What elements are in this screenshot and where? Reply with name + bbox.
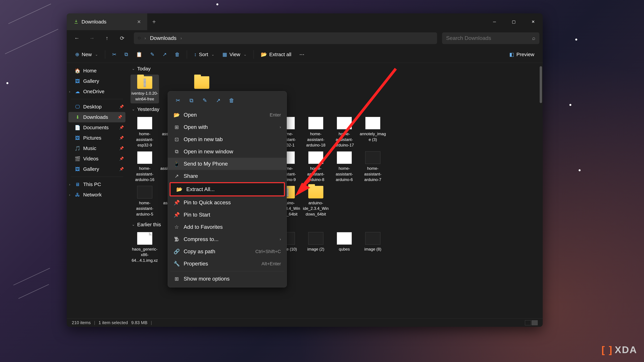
file-item[interactable]: qubes bbox=[330, 230, 358, 265]
new-tab-button[interactable]: + bbox=[147, 18, 161, 25]
chevron-right-icon[interactable]: › bbox=[69, 90, 70, 93]
pin-icon[interactable]: 📌 bbox=[119, 125, 124, 130]
breadcrumb-downloads[interactable]: Downloads bbox=[150, 35, 176, 41]
ctx-cut-button[interactable]: ✂ bbox=[173, 95, 183, 105]
ctx-new-window[interactable]: ⧉ Open in new window bbox=[168, 145, 286, 158]
address-bar[interactable]: 🖵 › Downloads › bbox=[134, 32, 437, 44]
ctx-properties[interactable]: 🔧 Properties Alt+Enter bbox=[168, 258, 286, 270]
ctx-copy-button[interactable]: ⧉ bbox=[186, 95, 196, 105]
ctx-share[interactable]: ↗ Share bbox=[168, 170, 286, 182]
search-box[interactable]: ⌕ bbox=[442, 32, 539, 44]
ctx-open[interactable]: 📂 Open Enter bbox=[168, 109, 286, 121]
ctx-show-more[interactable]: ⊞ Show more options bbox=[168, 273, 286, 285]
rename-button[interactable]: ✎ bbox=[147, 49, 158, 60]
forward-button[interactable]: → bbox=[85, 31, 98, 45]
file-label: iventoy-1.0.20-win64-free bbox=[131, 90, 158, 102]
pin-icon[interactable]: 📌 bbox=[119, 136, 124, 140]
maximize-button[interactable]: ▢ bbox=[504, 16, 524, 28]
search-icon[interactable]: ⌕ bbox=[532, 35, 535, 41]
file-thumbnail bbox=[365, 151, 380, 164]
file-item[interactable]: haos_generic-x86-64...4.1.img.xz bbox=[130, 230, 159, 265]
chevron-right-icon[interactable]: › bbox=[69, 183, 70, 186]
pin-icon[interactable]: 📌 bbox=[119, 167, 124, 171]
back-button[interactable]: ← bbox=[70, 31, 84, 45]
file-label: qubes bbox=[339, 246, 350, 252]
preview-button[interactable]: ◧ Preview bbox=[506, 49, 538, 60]
delete-button[interactable]: 🗑 bbox=[172, 49, 183, 60]
ctx-new-tab[interactable]: ⊡ Open in new tab bbox=[168, 133, 286, 145]
file-item[interactable]: home-assistant-arduino-16 bbox=[130, 150, 159, 184]
file-item[interactable]: arduino-ide_2.3.4_Windows_64bit bbox=[302, 184, 330, 219]
document-icon: 📄 bbox=[75, 125, 80, 130]
pin-icon[interactable]: 📌 bbox=[119, 146, 124, 150]
search-input[interactable] bbox=[446, 35, 532, 41]
ctx-delete-button[interactable]: 🗑 bbox=[226, 95, 237, 105]
file-item[interactable]: home-assistant-arduino-17 bbox=[330, 115, 358, 150]
file-item[interactable]: home-assistant-arduino-18 bbox=[302, 115, 330, 150]
copy-button[interactable]: ⧉ bbox=[121, 49, 131, 60]
ctx-share-button[interactable]: ↗ bbox=[213, 95, 223, 105]
file-item[interactable]: home-assistant-arduino-7 bbox=[358, 150, 387, 184]
sidebar-pictures[interactable]: 🖼Pictures📌 bbox=[67, 133, 127, 143]
extract-all-button[interactable]: 📂 Extract all bbox=[258, 49, 295, 60]
trash-icon: 🗑 bbox=[229, 97, 234, 104]
minimize-button[interactable]: ─ bbox=[485, 16, 504, 28]
sidebar-music[interactable]: 🎵Music📌 bbox=[67, 143, 127, 153]
pictures-icon: 🖼 bbox=[75, 135, 80, 141]
pin-icon[interactable]: 📌 bbox=[118, 115, 122, 119]
file-label: home-assistant-arduino-8 bbox=[302, 166, 329, 183]
sidebar-onedrive[interactable]: ›☁OneDrive bbox=[67, 86, 127, 97]
view-button[interactable]: ▦ View ⌄ bbox=[219, 49, 250, 60]
ctx-copy-path[interactable]: 🔗 Copy as path Ctrl+Shift+C bbox=[168, 245, 286, 258]
refresh-button[interactable]: ⟳ bbox=[116, 31, 129, 45]
file-item[interactable]: home-assistant-esp32-9 bbox=[130, 115, 159, 150]
plus-circle-icon: ⊕ bbox=[75, 51, 79, 57]
file-item[interactable]: home-assistant-arduino-6 bbox=[330, 150, 358, 184]
sidebar-downloads[interactable]: ⬇Downloads📌 bbox=[68, 112, 126, 122]
file-item[interactable]: image (8) bbox=[358, 230, 387, 265]
icons-view-toggle[interactable] bbox=[532, 320, 538, 325]
scrollbar[interactable] bbox=[540, 66, 542, 103]
group-today[interactable]: ⌄ Today bbox=[130, 63, 539, 75]
paste-button[interactable]: 📋 bbox=[133, 49, 146, 60]
ctx-open-with[interactable]: ⊞ Open with › bbox=[168, 121, 286, 133]
chevron-right-icon[interactable]: › bbox=[69, 193, 70, 197]
close-button[interactable]: ✕ bbox=[524, 16, 543, 28]
tab-downloads[interactable]: Downloads ✕ bbox=[67, 13, 147, 30]
file-item[interactable]: image (2) bbox=[302, 230, 330, 265]
file-item[interactable]: home-assistant-arduino-5 bbox=[130, 184, 159, 219]
file-item[interactable]: iventoy-1.0.20-win64-free bbox=[130, 75, 159, 103]
sidebar-desktop[interactable]: 🖵Desktop📌 bbox=[67, 102, 127, 112]
sidebar-thispc[interactable]: ›🖥This PC bbox=[67, 179, 127, 190]
ctx-favorites[interactable]: ☆ Add to Favorites bbox=[168, 221, 286, 233]
sidebar-network[interactable]: ›🖧Network bbox=[67, 190, 127, 200]
close-tab-icon[interactable]: ✕ bbox=[136, 18, 142, 26]
new-button[interactable]: ⊕ New ⌄ bbox=[72, 49, 101, 60]
ctx-send-phone[interactable]: 📱 Send to My Phone bbox=[168, 158, 286, 170]
file-thumbnail bbox=[337, 232, 352, 245]
share-button[interactable]: ↗ bbox=[159, 49, 170, 60]
file-label: home-assistant-arduino-6 bbox=[331, 166, 358, 183]
ctx-compress[interactable]: 🗜 Compress to... › bbox=[168, 233, 286, 245]
file-thumbnail bbox=[137, 151, 152, 164]
up-button[interactable]: ↑ bbox=[100, 31, 114, 45]
ctx-rename-button[interactable]: ✎ bbox=[200, 95, 210, 105]
details-view-toggle[interactable] bbox=[525, 320, 531, 325]
sidebar-gallery[interactable]: 🖼Gallery bbox=[67, 76, 127, 86]
sidebar-gallery2[interactable]: 🖼Gallery📌 bbox=[67, 164, 127, 174]
sidebar-documents[interactable]: 📄Documents📌 bbox=[67, 122, 127, 133]
ctx-extract-all[interactable]: 📂 Extract All... bbox=[170, 182, 285, 196]
file-item[interactable]: home-assistant-arduino-8 bbox=[302, 150, 330, 184]
sidebar-home[interactable]: 🏠Home bbox=[67, 65, 127, 76]
cut-button[interactable]: ✂ bbox=[109, 49, 120, 60]
pin-icon[interactable]: 📌 bbox=[119, 105, 124, 109]
file-item[interactable]: annotely_image (3) bbox=[358, 115, 387, 150]
pin-icon[interactable]: 📌 bbox=[119, 157, 124, 161]
sort-button[interactable]: ↕ Sort ⌄ bbox=[191, 49, 218, 60]
xda-watermark: [ ] XDA bbox=[602, 344, 637, 355]
sidebar-videos[interactable]: 🎬Videos📌 bbox=[67, 153, 127, 164]
more-button[interactable]: ⋯ bbox=[296, 49, 308, 60]
ctx-pin-quick[interactable]: 📌 Pin to Quick access bbox=[168, 196, 286, 209]
ctx-pin-start[interactable]: 📌 Pin to Start bbox=[168, 209, 286, 221]
pin-icon: 📌 bbox=[174, 212, 180, 218]
